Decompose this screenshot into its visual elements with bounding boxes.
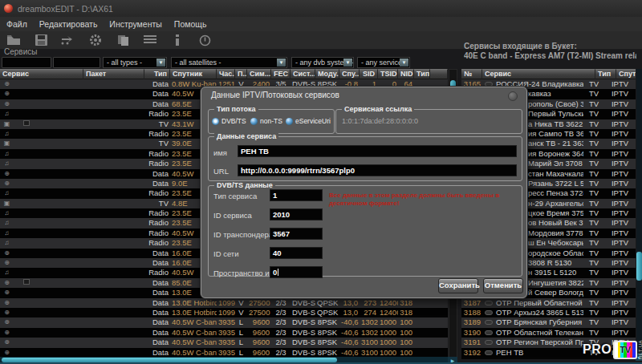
radio-service-icon: ♫	[0, 229, 14, 238]
info-icon[interactable]	[169, 34, 186, 47]
column-header[interactable]: FEC	[271, 69, 291, 79]
menu-item-Инструменты[interactable]: Инструменты	[109, 19, 161, 29]
service-type: Data	[144, 338, 170, 347]
group-label: Данные сервиса	[214, 132, 278, 140]
service-type: TV	[583, 119, 604, 129]
radio-button-icon[interactable]	[250, 118, 258, 125]
bouquet-row[interactable]: 3189ОТР Брянская Губерния 387...TVIPTV	[461, 317, 636, 327]
data-service-icon: ⊕	[0, 317, 14, 327]
namespace-field[interactable]: 0	[270, 266, 323, 278]
stream-system: IPTV	[604, 109, 636, 119]
column-header[interactable]: П...	[235, 69, 247, 79]
radio-dvbts[interactable]: DVB/TS	[212, 117, 246, 125]
data-service-icon: ⊕	[0, 99, 14, 109]
stream-system: IPTV	[604, 268, 636, 277]
service-type: Data	[144, 249, 170, 258]
radio-button-icon[interactable]	[212, 118, 219, 125]
menu-item-Помощь[interactable]: Помощь	[174, 19, 207, 29]
modulation: 8PSK	[315, 338, 339, 347]
column-header[interactable]: Моду...	[315, 69, 339, 79]
service-name	[14, 278, 83, 288]
radio-eserviceuri[interactable]: eServiceUri	[286, 117, 331, 125]
column-header[interactable]: Сервис	[0, 69, 83, 79]
dvb-system-dropdown[interactable]: - any dvb system - ▼	[291, 57, 354, 68]
package-name	[83, 278, 144, 288]
package-name	[83, 109, 144, 119]
save-button[interactable]: Сохранить	[438, 278, 478, 293]
package-name	[83, 149, 144, 159]
column-header[interactable]: Сервис	[482, 69, 595, 79]
package-name	[83, 139, 144, 148]
bouquet-vertical-scrollbar[interactable]	[636, 69, 642, 354]
about-clock-icon[interactable]	[196, 34, 213, 47]
bouquet-row[interactable]: 3187ОТР Первый Областной Ор...TVIPTV	[461, 298, 636, 308]
package-name	[83, 79, 144, 89]
field-value: 3567	[273, 229, 290, 238]
table-row[interactable]: ⊕Data13.0E Hotbird ...1099...V275002/3DV…	[0, 308, 448, 317]
service-type-field[interactable]: 1	[270, 189, 323, 201]
column-header[interactable]: Пакет	[83, 69, 144, 79]
column-header[interactable]: TSID	[378, 69, 398, 79]
dialog-corner-button[interactable]	[508, 91, 518, 101]
package-name	[83, 298, 144, 308]
service-filter-input[interactable]	[2, 57, 51, 68]
table-row[interactable]: ⊕Data40.5W C-band ...3935,...L96002/3DVB…	[0, 338, 448, 347]
column-header[interactable]: Спут...	[616, 69, 636, 79]
package-filter-input[interactable]	[53, 57, 100, 68]
column-header[interactable]: NID	[398, 69, 414, 79]
table-row[interactable]: ⊕Data40.5W C-band ...3935,...L96002/3DVB…	[0, 328, 448, 338]
url-field[interactable]: http://0.0.0.0:9999/rtrn/3567plp0	[238, 164, 517, 176]
column-header[interactable]: №	[461, 69, 482, 79]
bouquet-row[interactable]: 3190ОТР Областной Телеканал ...TVIPTV	[461, 328, 636, 338]
data-service-icon: ⊕	[0, 179, 14, 188]
sid: 1302	[360, 328, 378, 338]
table-row[interactable]: ⊕Data13.0E Hotbird ...1099...V275002/3DV…	[0, 298, 448, 308]
stream-system: IPTV	[604, 238, 636, 248]
column-header[interactable]: Тип	[414, 69, 430, 79]
sd-badge-icon	[485, 350, 493, 355]
column-header[interactable]: Сист...	[291, 69, 315, 79]
radio-nonts[interactable]: non-TS	[250, 117, 282, 125]
bouquet-row[interactable]: 3188ОТР Архыз24 3865 L 5130TVIPTV	[461, 308, 636, 317]
save-icon[interactable]	[32, 34, 50, 47]
service-type: Radio	[144, 229, 170, 238]
satellite: 40.5W C-band ...	[170, 338, 217, 347]
cancel-button[interactable]: Отменить	[483, 278, 523, 293]
column-header[interactable]: Тип	[595, 69, 616, 79]
menu-item-Файл[interactable]: Файл	[6, 19, 27, 29]
column-header[interactable]: Час...	[217, 69, 235, 79]
transfer-icon[interactable]	[59, 34, 77, 47]
open-icon[interactable]	[5, 34, 22, 47]
chevron-down-icon[interactable]: ▼	[156, 59, 165, 67]
chevron-down-icon[interactable]: ▼	[400, 59, 408, 67]
copy-icon[interactable]	[114, 34, 132, 47]
service-name: ОТР Брянская Губерния 387...	[494, 317, 583, 327]
list-icon[interactable]	[141, 34, 159, 47]
protv-watermark: PRO TV NET.UA	[583, 340, 642, 359]
satellites-dropdown[interactable]: - all satellites - ▼	[171, 57, 287, 68]
radio-button-icon[interactable]	[286, 118, 293, 125]
menu-item-Редактировать[interactable]: Редактировать	[39, 19, 98, 29]
scrollbar-thumb[interactable]	[636, 252, 642, 281]
service-type: TV	[583, 249, 604, 258]
sd-badge-icon	[485, 310, 493, 315]
network-id-label: ID сети	[213, 249, 239, 258]
settings-gear-icon[interactable]	[87, 34, 104, 47]
name-field[interactable]: РЕН ТВ	[238, 145, 517, 157]
column-header[interactable]: Тип	[144, 69, 170, 79]
column-header[interactable]: SID	[360, 69, 378, 79]
name-field-value: РЕН ТВ	[241, 147, 269, 156]
column-header[interactable]: Спу...	[339, 69, 360, 79]
service-type: Data	[144, 317, 170, 327]
column-header[interactable]: Сим...	[247, 69, 271, 79]
transponder-id-field[interactable]: 3567	[270, 228, 323, 240]
column-header[interactable]: Спутник	[170, 69, 217, 79]
chevron-down-icon[interactable]: ▼	[277, 59, 286, 67]
service-type-dropdown[interactable]: - any service - ▼	[357, 57, 410, 68]
stream-system: IPTV	[604, 249, 636, 258]
network-id-field[interactable]: 40	[270, 247, 323, 259]
table-row[interactable]: ⊕Data40.5W C-band ...3935,...L96002/3DVB…	[0, 317, 448, 327]
chevron-down-icon[interactable]: ▼	[343, 59, 352, 67]
service-id-field[interactable]: 2010	[270, 208, 323, 220]
types-dropdown[interactable]: - all types - ▼	[103, 57, 167, 68]
